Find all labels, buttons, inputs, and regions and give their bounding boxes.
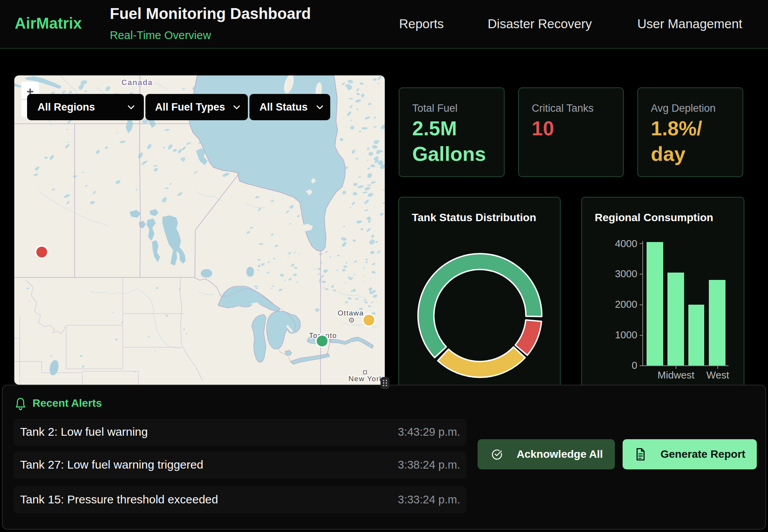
svg-text:0: 0 [632,360,637,371]
svg-text:Ottawa: Ottawa [338,309,364,317]
svg-text:2000: 2000 [615,298,637,310]
svg-text:West: West [707,369,730,381]
svg-text:1000: 1000 [615,329,637,341]
svg-text:4000: 4000 [615,238,637,249]
svg-text:Canada: Canada [121,78,153,87]
svg-text:Midwest: Midwest [657,369,695,381]
svg-text:3000: 3000 [615,268,637,280]
svg-text:New York: New York [348,375,384,383]
